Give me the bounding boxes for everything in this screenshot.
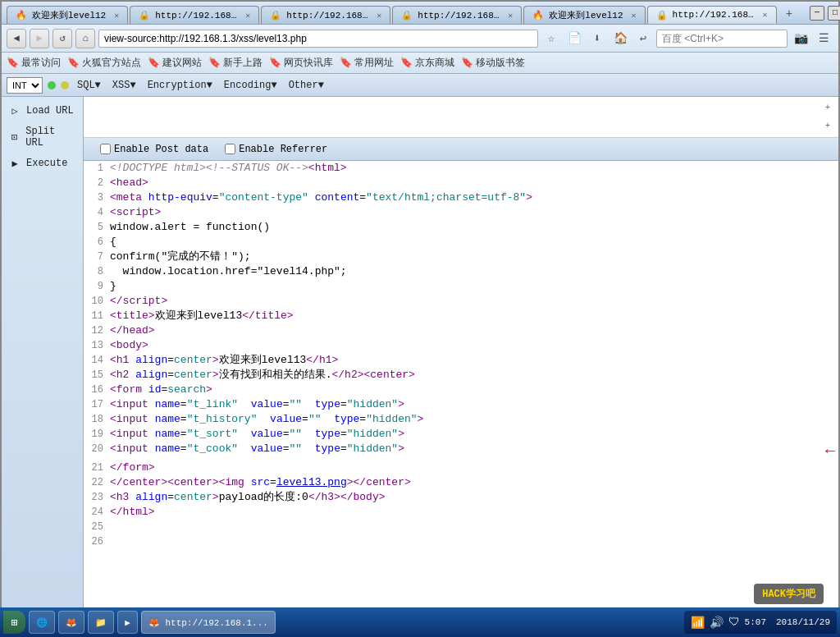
- back-button[interactable]: ◀: [7, 29, 26, 48]
- reload-button[interactable]: ↺: [52, 29, 72, 48]
- line-content: <body>: [110, 338, 835, 353]
- home-button[interactable]: ⌂: [75, 29, 95, 48]
- hackbar-menu-sql[interactable]: SQL▼: [74, 78, 104, 93]
- maximize-button[interactable]: □: [828, 6, 840, 21]
- minimize-button[interactable]: ─: [810, 6, 824, 21]
- split-url-button[interactable]: ⊡ Split URL: [2, 121, 83, 153]
- tab-tab1[interactable]: 🔥欢迎来到level12✕: [7, 6, 128, 24]
- source-line-15: 15<h2 align=center>没有找到和相关的结果.</h2><cent…: [84, 368, 838, 383]
- nav-camera-icon[interactable]: 📷: [791, 29, 810, 48]
- source-line-25: 25: [84, 520, 838, 534]
- line-content: {: [110, 235, 835, 250]
- enable-referrer-checkbox[interactable]: [225, 144, 235, 154]
- tab-tab4[interactable]: 🔒http://192.168.1.3/...✕: [392, 6, 522, 24]
- line-number: 23: [87, 490, 110, 505]
- nav-menu-icon[interactable]: ☰: [814, 29, 833, 48]
- bookmark-item-5[interactable]: 🔖常用网址: [340, 56, 394, 70]
- hackbar-toolbar: INT SQL▼XSS▼Encryption▼Encoding▼Other▼: [2, 74, 838, 97]
- tray-security-icon[interactable]: 🛡: [728, 616, 740, 629]
- line-number: 11: [87, 309, 110, 323]
- source-line-20: 20<input name="t_cook" value="" type="hi…: [84, 442, 838, 461]
- search-bar[interactable]: [656, 30, 788, 48]
- execute-button[interactable]: ▶ Execute: [2, 153, 83, 174]
- line-number: 15: [87, 368, 110, 383]
- taskbar-firefox-icon[interactable]: 🦊: [58, 611, 84, 634]
- bookmark-star-icon[interactable]: ☆: [541, 29, 561, 48]
- taskbar-ie-icon[interactable]: 🌐: [29, 611, 55, 634]
- source-line-1: 1<!DOCTYPE html><!--STATUS OK--><html>: [84, 161, 838, 176]
- new-tab-button[interactable]: +: [778, 4, 800, 24]
- save-page-icon[interactable]: 📄: [564, 29, 584, 48]
- taskbar-active-window[interactable]: 🦊 http://192.168.1...: [141, 611, 276, 634]
- enable-post-checkbox[interactable]: [100, 144, 111, 154]
- taskbar-player-icon[interactable]: ▶: [117, 611, 138, 634]
- bookmark-label: 建议网站: [162, 56, 202, 70]
- tray-network-icon[interactable]: 📶: [691, 616, 705, 630]
- source-line-21: 21</form>: [84, 461, 838, 475]
- scroll-up-arrow[interactable]: +: [824, 102, 832, 114]
- execute-icon: ▶: [8, 157, 21, 170]
- hackbar-menu-encryption[interactable]: Encryption▼: [144, 78, 216, 93]
- source-line-14: 14<h1 align=center>欢迎来到level13</h1>: [84, 353, 838, 368]
- source-code-area: 1<!DOCTYPE html><!--STATUS OK--><html>2<…: [84, 161, 838, 617]
- hackbar-menu-encoding[interactable]: Encoding▼: [221, 78, 281, 93]
- url-display-area: + +: [84, 97, 838, 138]
- tab-close-icon[interactable]: ✕: [245, 11, 250, 21]
- tab-bar: 🔥欢迎来到level12✕🔒http://192.168.1.3/...✕🔒ht…: [7, 2, 800, 24]
- forward-button[interactable]: ▶: [30, 29, 49, 48]
- tab-close-icon[interactable]: ✕: [508, 11, 513, 21]
- line-number: 7: [87, 250, 110, 264]
- line-number: 16: [87, 383, 110, 397]
- source-line-19: 19<input name="t_sort" value="" type="hi…: [84, 427, 838, 442]
- tab-close-icon[interactable]: ✕: [763, 10, 768, 20]
- tab-close-icon[interactable]: ✕: [114, 11, 119, 21]
- scroll-down-arrow[interactable]: +: [824, 120, 832, 132]
- tab-favicon: 🔒: [139, 10, 150, 21]
- hackbar-type-select[interactable]: INT: [7, 77, 43, 94]
- bookmark-item-7[interactable]: 🔖移动版书签: [461, 56, 525, 70]
- line-content: </form>: [110, 461, 835, 475]
- tab-tab3[interactable]: 🔒http://192.168.1.3/...✕: [261, 6, 390, 24]
- bookmark-item-6[interactable]: 🔖京东商城: [400, 56, 454, 70]
- bookmark-item-4[interactable]: 🔖网页快讯库: [269, 56, 333, 70]
- tab-tab5[interactable]: 🔥欢迎来到level12✕: [523, 6, 645, 24]
- line-content: <form id=search>: [110, 383, 835, 397]
- referrer-group: Enable Referrer: [225, 144, 327, 155]
- bookmark-item-1[interactable]: 🔖火狐官方站点: [67, 56, 141, 70]
- tray-speaker-icon[interactable]: 🔊: [710, 616, 724, 630]
- bookmark-item-0[interactable]: 🔖最常访问: [7, 56, 61, 70]
- source-line-8: 8 window.location.href="level14.php";: [84, 264, 838, 279]
- tab-tab6[interactable]: 🔒http://192.168.1...✕: [647, 6, 777, 24]
- line-number: 4: [87, 205, 110, 220]
- bookmark-item-2[interactable]: 🔖建议网站: [148, 56, 202, 70]
- nav-home-icon[interactable]: 🏠: [610, 29, 630, 48]
- title-bar: 🔥欢迎来到level12✕🔒http://192.168.1.3/...✕🔒ht…: [2, 2, 838, 25]
- address-bar[interactable]: [98, 30, 538, 48]
- load-url-button[interactable]: ▷ Load URL: [2, 100, 83, 121]
- source-line-5: 5window.alert = function(): [84, 220, 838, 235]
- download-icon[interactable]: ⬇: [587, 29, 607, 48]
- source-line-7: 7confirm("完成的不错！");: [84, 250, 838, 264]
- line-number: 26: [87, 534, 110, 549]
- hackbar-menu-xss[interactable]: XSS▼: [109, 78, 139, 93]
- tab-label: http://192.168.1...: [673, 10, 755, 20]
- line-content: <title>欢迎来到level13</title>: [110, 309, 835, 323]
- line-number: 3: [87, 190, 110, 205]
- start-button[interactable]: ⊞: [3, 611, 25, 634]
- nav-back-icon[interactable]: ↩: [633, 29, 653, 48]
- execute-label: Execute: [26, 158, 67, 169]
- line-number: 14: [87, 353, 110, 368]
- taskbar-folder-icon[interactable]: 📁: [88, 611, 114, 634]
- line-number: 5: [87, 220, 110, 235]
- bookmark-item-3[interactable]: 🔖新手上路: [208, 56, 262, 70]
- tab-tab2[interactable]: 🔒http://192.168.1.3/...✕: [130, 6, 259, 24]
- post-data-group: Enable Post data: [100, 144, 208, 155]
- tab-close-icon[interactable]: ✕: [632, 11, 637, 21]
- hackbar-menu-other[interactable]: Other▼: [285, 78, 327, 93]
- line-content: <input name="t_cook" value="" type="hidd…: [110, 442, 817, 456]
- bookmark-label: 新手上路: [223, 56, 262, 70]
- line-number: 24: [87, 505, 110, 520]
- enable-post-label: Enable Post data: [114, 144, 208, 155]
- tab-close-icon[interactable]: ✕: [377, 11, 381, 21]
- split-url-label: Split URL: [25, 126, 76, 149]
